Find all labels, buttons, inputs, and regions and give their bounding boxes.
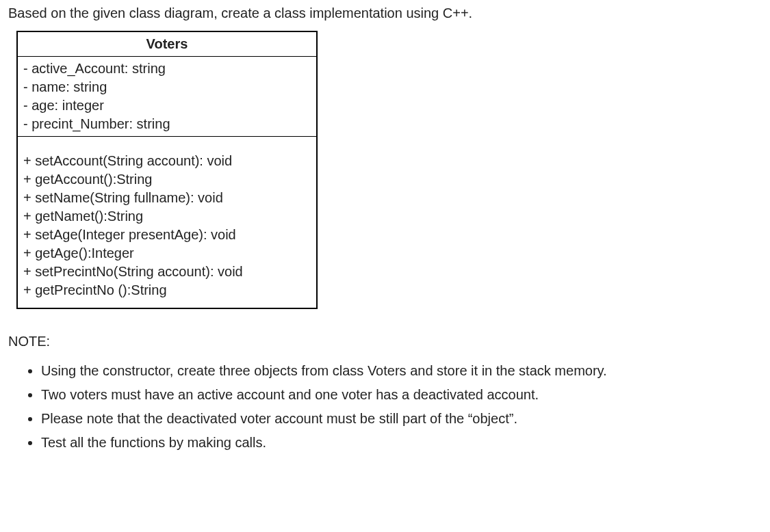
uml-method: + setPrecintNo(String account): void	[23, 263, 311, 281]
uml-method: + getNamet():String	[23, 207, 311, 226]
uml-method: + getAccount():String	[23, 170, 311, 189]
note-list: Using the constructor, create three obje…	[27, 363, 762, 451]
uml-methods-section: + setAccount(String account): void + get…	[17, 137, 317, 309]
instruction-text: Based on the given class diagram, create…	[8, 5, 762, 21]
uml-attribute: - active_Account: string	[23, 59, 311, 78]
note-heading: NOTE:	[8, 334, 762, 349]
uml-class-diagram: Voters - active_Account: string - name: …	[16, 31, 318, 309]
uml-method: + getPrecintNo ():String	[23, 281, 311, 300]
uml-method: + setAccount(String account): void	[23, 152, 311, 170]
list-item: Please note that the deactivated voter a…	[41, 411, 762, 427]
uml-method: + getAge():Integer	[23, 244, 311, 263]
list-item: Test all the functions by making calls.	[41, 435, 762, 451]
uml-method: + setAge(Integer presentAge): void	[23, 226, 311, 244]
list-item: Using the constructor, create three obje…	[41, 363, 762, 379]
uml-attribute: - name: string	[23, 78, 311, 96]
uml-attribute: - precint_Number: string	[23, 115, 311, 133]
uml-attributes-section: - active_Account: string - name: string …	[17, 57, 317, 137]
uml-attribute: - age: integer	[23, 96, 311, 115]
list-item: Two voters must have an active account a…	[41, 387, 762, 403]
uml-class-name: Voters	[17, 31, 317, 57]
uml-method: + setName(String fullname): void	[23, 189, 311, 207]
